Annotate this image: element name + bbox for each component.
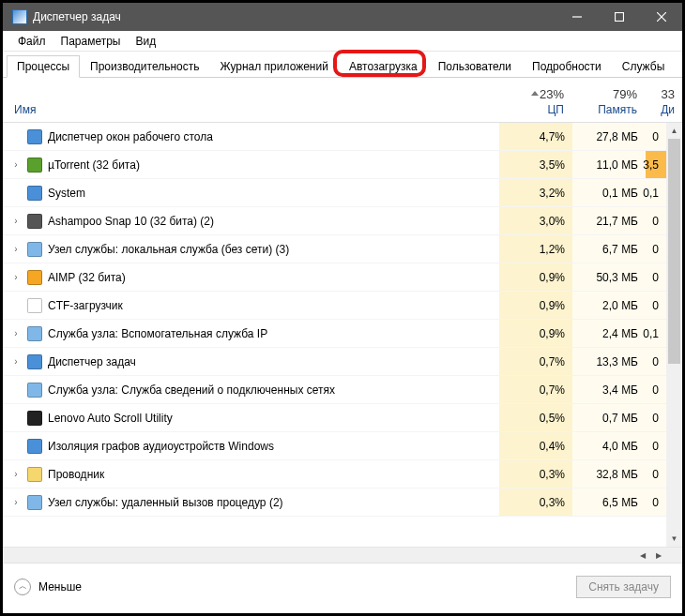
disk-cell: 0 <box>646 432 666 459</box>
process-icon <box>27 326 42 341</box>
process-row[interactable]: Диспетчер окон рабочего стола4,7%27,8 МБ… <box>3 123 666 151</box>
tab-6[interactable]: Службы <box>612 55 675 77</box>
tab-0[interactable]: Процессы <box>7 55 80 78</box>
disk-cell: 0 <box>646 460 666 488</box>
disk-cell: 0 <box>646 376 666 403</box>
expand-icon[interactable]: › <box>10 216 22 226</box>
process-name: Ashampoo Snap 10 (32 бита) (2) <box>48 215 499 228</box>
expand-icon[interactable]: › <box>10 328 22 338</box>
disk-cell: 0,1 <box>646 179 666 206</box>
scroll-right-icon[interactable]: ▶ <box>650 548 666 563</box>
process-row[interactable]: ›µTorrent (32 бита)3,5%11,0 МБ3,5 <box>3 151 666 179</box>
cpu-cell: 3,2% <box>499 179 572 206</box>
memory-cell: 6,5 МБ <box>572 488 646 516</box>
process-row[interactable]: ›Проводник0,3%32,8 МБ0 <box>3 460 666 488</box>
process-name: Узел службы: удаленный вызов процедур (2… <box>48 496 499 509</box>
vertical-scrollbar[interactable]: ▲ ▼ <box>666 123 682 547</box>
process-name: Изоляция графов аудиоустройств Windows <box>48 440 499 453</box>
process-row[interactable]: Служба узла: Служба сведений о подключен… <box>3 376 666 404</box>
process-row[interactable]: ›Служба узла: Вспомогательная служба IP0… <box>3 320 666 348</box>
menu-options[interactable]: Параметры <box>53 33 129 50</box>
cpu-cell: 0,7% <box>499 348 572 375</box>
disk-cell: 0 <box>646 263 666 291</box>
memory-cell: 2,4 МБ <box>572 320 646 347</box>
process-row[interactable]: ›Диспетчер задач0,7%13,3 МБ0 <box>3 348 666 376</box>
process-row[interactable]: ›AIMP (32 бита)0,9%50,3 МБ0 <box>3 263 666 292</box>
process-row[interactable]: ›Ashampoo Snap 10 (32 бита) (2)3,0%21,7 … <box>3 207 666 235</box>
memory-cell: 0,7 МБ <box>572 404 646 431</box>
process-row[interactable]: System3,2%0,1 МБ0,1 <box>3 179 666 207</box>
process-name: System <box>48 187 499 200</box>
process-name: Узел службы: локальная служба (без сети)… <box>48 243 499 256</box>
column-memory[interactable]: 79% Память <box>571 87 645 122</box>
cpu-cell: 0,3% <box>499 460 572 488</box>
process-icon <box>27 383 42 398</box>
minimize-button[interactable] <box>556 3 598 31</box>
disk-cell: 0 <box>646 207 666 234</box>
process-name: CTF-загрузчик <box>48 299 499 312</box>
cpu-cell: 0,9% <box>499 292 572 319</box>
column-headers: Имя 23% ЦП 79% Память 33 Ди <box>3 78 682 123</box>
horizontal-scrollbar[interactable]: ◀ ▶ <box>3 547 682 563</box>
cpu-cell: 0,9% <box>499 263 572 291</box>
column-disk[interactable]: 33 Ди <box>645 87 682 122</box>
scroll-left-icon[interactable]: ◀ <box>634 548 650 563</box>
tab-1[interactable]: Производительность <box>80 55 209 77</box>
chevron-up-icon: ︿ <box>14 578 31 595</box>
footer: ︿ Меньше Снять задачу <box>3 563 682 609</box>
tab-5[interactable]: Подробности <box>522 55 612 77</box>
memory-cell: 11,0 МБ <box>572 151 646 178</box>
disk-cell: 0 <box>646 123 666 150</box>
cpu-cell: 0,3% <box>499 488 572 516</box>
tab-3[interactable]: Автозагрузка <box>339 55 428 77</box>
expand-icon[interactable]: › <box>10 244 22 254</box>
close-button[interactable] <box>640 3 682 31</box>
process-row[interactable]: Lenovo Auto Scroll Utility0,5%0,7 МБ0 <box>3 404 666 432</box>
process-row[interactable]: ›Узел службы: локальная служба (без сети… <box>3 235 666 263</box>
process-row[interactable]: CTF-загрузчик0,9%2,0 МБ0 <box>3 292 666 320</box>
process-row[interactable]: Изоляция графов аудиоустройств Windows0,… <box>3 432 666 460</box>
process-name: Диспетчер задач <box>48 355 499 368</box>
process-icon <box>27 242 42 257</box>
scroll-down-icon[interactable]: ▼ <box>666 531 682 547</box>
memory-cell: 32,8 МБ <box>572 460 646 488</box>
memory-cell: 4,0 МБ <box>572 432 646 459</box>
menu-view[interactable]: Вид <box>128 33 163 50</box>
maximize-button[interactable] <box>598 3 640 31</box>
scroll-up-icon[interactable]: ▲ <box>666 123 682 139</box>
disk-cell: 0 <box>646 488 666 516</box>
cpu-cell: 0,7% <box>499 376 572 403</box>
expand-icon[interactable]: › <box>10 497 22 507</box>
expand-icon[interactable]: › <box>10 159 22 170</box>
expand-icon[interactable]: › <box>10 356 22 367</box>
process-name: Служба узла: Вспомогательная служба IP <box>48 327 499 340</box>
process-list: Диспетчер окон рабочего стола4,7%27,8 МБ… <box>3 123 666 547</box>
process-icon <box>27 214 42 229</box>
process-icon <box>27 411 42 426</box>
disk-cell: 0 <box>646 404 666 431</box>
memory-cell: 13,3 МБ <box>572 348 646 375</box>
cpu-cell: 4,7% <box>499 123 572 150</box>
titlebar[interactable]: Диспетчер задач <box>3 3 682 31</box>
process-icon <box>27 129 42 144</box>
expand-icon[interactable]: › <box>10 469 22 479</box>
column-cpu[interactable]: 23% ЦП <box>498 87 571 122</box>
process-name: Проводник <box>48 468 499 481</box>
end-task-button[interactable]: Снять задачу <box>576 576 671 598</box>
tab-2[interactable]: Журнал приложений <box>210 55 339 77</box>
menu-file[interactable]: Файл <box>10 33 53 50</box>
fewer-details-button[interactable]: ︿ Меньше <box>14 578 82 595</box>
memory-cell: 50,3 МБ <box>572 263 646 291</box>
expand-icon[interactable]: › <box>10 272 22 282</box>
column-name[interactable]: Имя <box>3 103 498 122</box>
scroll-thumb[interactable] <box>668 139 680 364</box>
menubar: Файл Параметры Вид <box>3 31 682 52</box>
disk-cell: 0 <box>646 235 666 263</box>
process-row[interactable]: ›Узел службы: удаленный вызов процедур (… <box>3 488 666 517</box>
task-manager-window: Диспетчер задач Файл Параметры Вид Проце… <box>3 3 682 613</box>
tab-4[interactable]: Пользователи <box>428 55 522 77</box>
memory-cell: 6,7 МБ <box>572 235 646 263</box>
app-icon <box>12 9 27 24</box>
cpu-cell: 1,2% <box>499 235 572 263</box>
memory-cell: 2,0 МБ <box>572 292 646 319</box>
